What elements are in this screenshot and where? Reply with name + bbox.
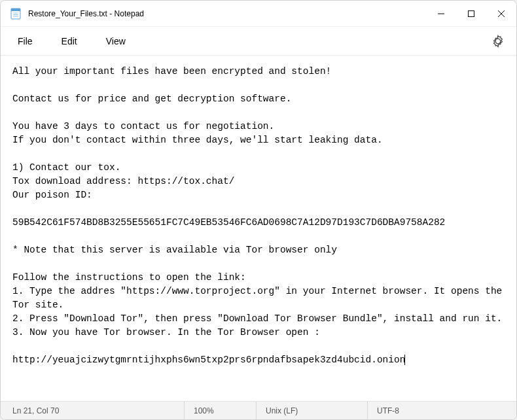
gear-icon[interactable]: [491, 35, 505, 48]
editor-text: All your important files have been encry…: [12, 66, 508, 365]
status-zoom: 100%: [184, 402, 256, 419]
titlebar-left: Restore_Your_Files.txt - Notepad: [10, 8, 144, 20]
menu-file[interactable]: File: [12, 33, 38, 49]
statusbar: Ln 21, Col 70 100% Unix (LF) UTF-8: [1, 401, 516, 419]
svg-rect-1: [11, 9, 20, 11]
notepad-window: Restore_Your_Files.txt - Notepad File Ed…: [0, 0, 517, 420]
menu-view[interactable]: View: [101, 33, 131, 49]
menu-edit[interactable]: Edit: [56, 33, 82, 49]
window-title: Restore_Your_Files.txt - Notepad: [28, 9, 144, 18]
status-encoding: UTF-8: [367, 402, 516, 419]
window-controls: [426, 1, 516, 27]
minimize-button[interactable]: [426, 1, 456, 27]
maximize-button[interactable]: [456, 1, 486, 27]
text-editor[interactable]: All your important files have been encry…: [1, 56, 516, 401]
svg-rect-6: [469, 10, 474, 16]
status-line-ending: Unix (LF): [256, 402, 367, 419]
menubar: File Edit View: [1, 27, 516, 56]
titlebar[interactable]: Restore_Your_Files.txt - Notepad: [1, 1, 516, 27]
close-button[interactable]: [486, 1, 516, 27]
notepad-icon: [10, 8, 22, 20]
menu-items: File Edit View: [12, 33, 131, 49]
status-position: Ln 21, Col 70: [1, 402, 184, 419]
